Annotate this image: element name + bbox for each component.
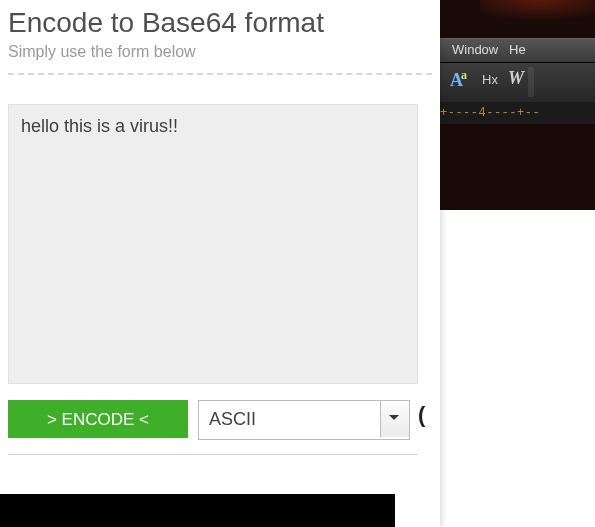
page-title: Encode to Base64 format [8,6,440,40]
input-textarea[interactable] [8,104,418,384]
menu-help[interactable]: He [509,42,526,57]
charset-select[interactable]: ASCII [198,400,410,440]
divider [8,73,432,76]
hex-editor-toolbar: Aa Hx W [440,62,595,104]
chevron-down-icon[interactable] [380,401,409,437]
word-mode-icon[interactable]: W [508,69,524,87]
page-subtitle: Simply use the form below [8,42,440,61]
encode-button[interactable]: > ENCODE < [8,400,188,438]
output-divider [8,454,418,456]
column-ruler: +----4----+-- [440,102,595,124]
output-text: XXXXXXXXXXXXXXXXXXXXXXXXXXXXXX= [8,466,418,492]
charset-selected-label: ASCII [209,401,256,437]
hex-editor-window: Window He Aa Hx W +----4----+-- [440,0,595,210]
paren-fragment: ( [418,404,425,426]
black-bar [0,494,395,527]
window-glow [480,0,595,36]
text-mode-icon[interactable]: Aa [450,69,467,89]
toolbar-sep-2 [528,67,534,97]
menu-window[interactable]: Window [452,42,498,57]
hex-mode-icon[interactable]: Hx [482,73,498,86]
base64-panel: Encode to Base64 format Simply use the f… [0,0,440,527]
hex-editor-menubar[interactable]: Window He [440,38,595,62]
